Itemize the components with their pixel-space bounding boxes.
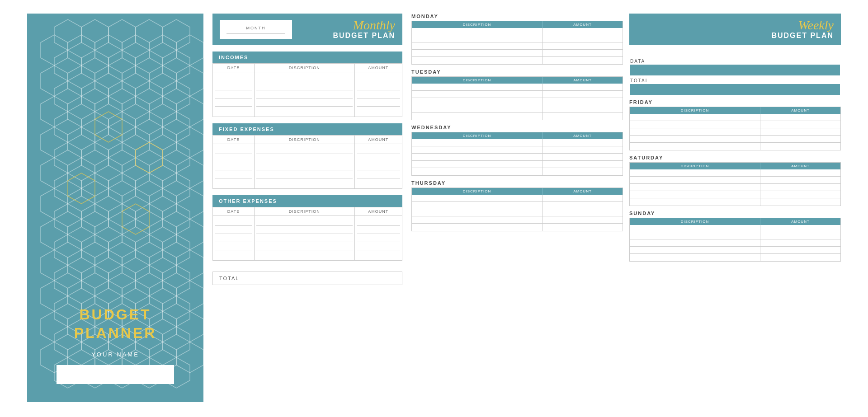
table-row[interactable] [357,74,401,82]
table-row[interactable] [357,90,401,98]
table-row[interactable] [357,98,401,107]
list-item[interactable] [760,177,840,184]
list-item[interactable] [630,184,760,191]
list-item[interactable] [542,195,623,202]
list-item[interactable] [760,121,840,128]
list-item[interactable] [412,139,542,146]
list-item[interactable] [760,254,840,261]
table-row[interactable] [357,218,401,226]
list-item[interactable] [542,139,623,146]
list-item[interactable] [630,177,760,184]
table-row[interactable] [215,154,252,162]
list-item[interactable] [760,232,840,239]
list-item[interactable] [412,112,542,120]
list-item[interactable] [630,169,760,177]
list-item[interactable] [412,84,542,91]
list-item[interactable] [760,184,840,191]
table-row[interactable] [357,170,401,178]
list-item[interactable] [412,146,542,154]
table-row[interactable] [215,162,252,170]
list-item[interactable] [412,57,542,64]
table-row[interactable] [215,107,252,115]
list-item[interactable] [630,191,760,198]
table-row[interactable] [357,82,401,90]
list-item[interactable] [542,105,623,112]
cover-name-box[interactable] [57,365,174,384]
list-item[interactable] [542,112,623,120]
month-box[interactable]: MONTH [220,20,292,39]
list-item[interactable] [542,91,623,98]
list-item[interactable] [630,128,760,136]
table-row[interactable] [215,74,252,82]
table-row[interactable] [256,178,353,187]
table-row[interactable] [357,226,401,234]
list-item[interactable] [760,169,840,177]
list-item[interactable] [542,84,623,91]
table-row[interactable] [256,154,353,162]
list-item[interactable] [412,154,542,161]
list-item[interactable] [630,254,760,261]
table-row[interactable] [256,107,353,115]
list-item[interactable] [630,198,760,206]
table-row[interactable] [215,90,252,98]
table-row[interactable] [256,98,353,107]
list-item[interactable] [760,247,840,254]
list-item[interactable] [412,195,542,202]
list-item[interactable] [760,191,840,198]
list-item[interactable] [542,202,623,209]
table-row[interactable] [215,98,252,107]
list-item[interactable] [542,161,623,168]
table-row[interactable] [357,107,401,115]
table-row[interactable] [215,178,252,187]
table-row[interactable] [256,74,353,82]
list-item[interactable] [630,225,760,232]
list-item[interactable] [542,35,623,42]
list-item[interactable] [412,209,542,216]
list-item[interactable] [542,168,623,175]
list-item[interactable] [760,128,840,136]
table-row[interactable] [256,162,353,170]
list-item[interactable] [412,42,542,50]
list-item[interactable] [542,42,623,50]
table-row[interactable] [256,90,353,98]
table-row[interactable] [256,234,353,242]
list-item[interactable] [630,114,760,121]
table-row[interactable] [215,82,252,90]
table-row[interactable] [357,162,401,170]
table-row[interactable] [215,234,252,242]
table-row[interactable] [357,250,401,258]
list-item[interactable] [630,232,760,239]
list-item[interactable] [542,154,623,161]
list-item[interactable] [760,114,840,121]
table-row[interactable] [357,234,401,242]
list-item[interactable] [542,50,623,57]
table-row[interactable] [215,242,252,250]
list-item[interactable] [760,198,840,206]
list-item[interactable] [412,91,542,98]
table-row[interactable] [256,218,353,226]
list-item[interactable] [412,105,542,112]
table-row[interactable] [256,242,353,250]
table-row[interactable] [215,170,252,178]
list-item[interactable] [412,50,542,57]
list-item[interactable] [630,247,760,254]
table-row[interactable] [256,82,353,90]
list-item[interactable] [760,239,840,247]
list-item[interactable] [630,143,760,150]
list-item[interactable] [412,161,542,168]
list-item[interactable] [542,28,623,35]
list-item[interactable] [760,225,840,232]
list-item[interactable] [542,98,623,105]
list-item[interactable] [412,224,542,231]
list-item[interactable] [542,224,623,231]
list-item[interactable] [412,98,542,105]
table-row[interactable] [357,242,401,250]
table-row[interactable] [215,226,252,234]
list-item[interactable] [412,35,542,42]
table-row[interactable] [215,250,252,258]
list-item[interactable] [412,168,542,175]
list-item[interactable] [630,239,760,247]
table-row[interactable] [215,146,252,154]
list-item[interactable] [542,216,623,224]
list-item[interactable] [542,146,623,154]
